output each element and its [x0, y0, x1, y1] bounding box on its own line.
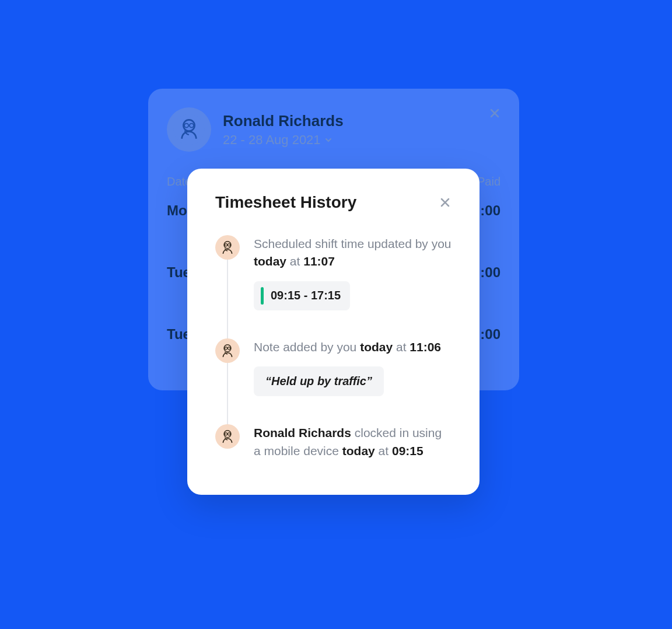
close-icon [489, 107, 501, 119]
svg-point-4 [218, 237, 237, 257]
date-range-selector[interactable]: 22 - 28 Aug 2021 [223, 132, 477, 148]
shift-time-value: 09:15 - 17:15 [271, 289, 341, 302]
chevron-down-icon [326, 137, 331, 143]
modal-title: Timesheet History [215, 193, 356, 212]
row-time: :00 [480, 264, 501, 281]
timeline-event: Ronald Richards clocked in using a mobil… [215, 424, 452, 460]
avatar-person-icon [218, 341, 237, 361]
row-time: :00 [480, 326, 501, 343]
close-icon [439, 197, 451, 208]
avatar-person-icon [218, 427, 237, 446]
date-range-label: 22 - 28 Aug 2021 [223, 132, 321, 148]
close-modal-button[interactable] [439, 196, 452, 209]
note-text: “Held up by traffic” [265, 375, 372, 387]
note-chip: “Held up by traffic” [254, 366, 384, 396]
timeline-event: Note added by you today at 11:06 “Held u… [215, 338, 452, 396]
avatar-person-icon [218, 237, 237, 257]
svg-point-8 [218, 341, 237, 361]
event-avatar [215, 338, 240, 363]
event-description: Note added by you today at 11:06 [254, 338, 452, 356]
event-avatar [215, 235, 240, 260]
timeline-event: Scheduled shift time updated by you toda… [215, 235, 452, 310]
employee-name: Ronald Richards [223, 112, 477, 130]
avatar-person-icon [173, 113, 205, 146]
timesheet-history-modal: Timesheet History Sc [187, 169, 480, 495]
svg-point-0 [174, 114, 205, 145]
avatar [167, 107, 211, 152]
row-time: :00 [480, 202, 501, 219]
svg-point-12 [218, 427, 237, 446]
col-paid: Paid [477, 175, 501, 188]
event-avatar [215, 424, 240, 449]
close-card-button[interactable] [489, 107, 501, 121]
shift-time-chip: 09:15 - 17:15 [254, 281, 350, 310]
card-header: Ronald Richards 22 - 28 Aug 2021 [167, 107, 501, 152]
event-description: Ronald Richards clocked in using a mobil… [254, 424, 452, 460]
timeline: Scheduled shift time updated by you toda… [215, 235, 452, 460]
event-description: Scheduled shift time updated by you toda… [254, 235, 452, 271]
chip-accent-bar [261, 287, 264, 305]
